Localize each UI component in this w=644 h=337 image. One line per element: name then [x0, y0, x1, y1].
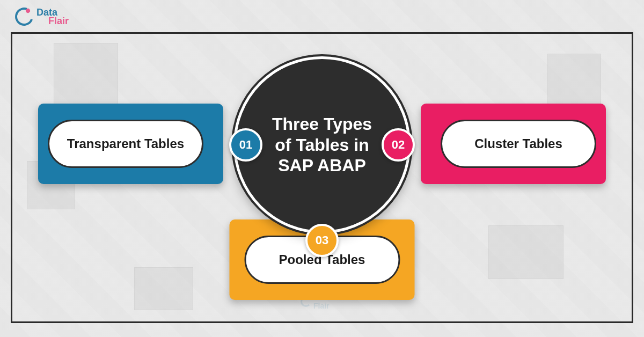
badge-02: 02	[382, 128, 415, 162]
diagram-title: Three Types of Tables in SAP ABAP	[256, 114, 388, 175]
logo-icon	[12, 4, 36, 28]
pill-label: Cluster Tables	[441, 120, 596, 168]
title-line: SAP ABAP	[278, 156, 366, 175]
outer-frame: Three Types of Tables in SAP ABAP Transp…	[11, 32, 633, 323]
badge-01: 01	[229, 128, 262, 162]
logo-text: Data Flair	[36, 8, 69, 26]
logo: Data Flair	[15, 8, 69, 26]
card-transparent-tables: Transparent Tables	[38, 104, 223, 184]
title-line: of Tables in	[275, 135, 369, 155]
title-line: Three Types	[272, 114, 372, 134]
badge-03: 03	[305, 224, 339, 257]
pill-label: Transparent Tables	[48, 120, 203, 168]
card-cluster-tables: Cluster Tables	[421, 104, 606, 184]
